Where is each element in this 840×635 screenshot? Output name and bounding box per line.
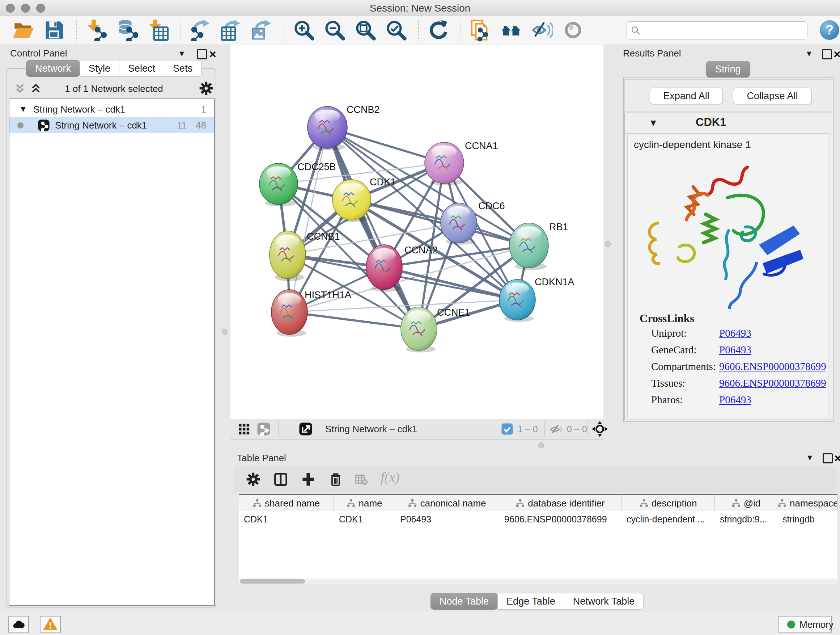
export-network-button[interactable] [189,19,211,41]
tab-node-table[interactable]: Node Table [431,593,498,610]
fit-selected-crosshair-icon[interactable] [592,421,608,437]
tab-style[interactable]: Style [80,60,119,77]
tab-network-table[interactable]: Network Table [564,593,644,610]
zoom-fit-button[interactable] [355,19,376,41]
memory-button[interactable]: Memory [778,616,832,633]
column-header--id[interactable]: @id [715,495,777,511]
network-row-selected[interactable]: String Network – cdk1 11 48 [9,117,214,133]
table-cell[interactable]: 9606.ENSP00000378699 [499,511,622,527]
edge-CCNB2-HIST1H1A[interactable] [289,127,327,312]
detach-view-icon[interactable] [298,422,313,436]
search-box[interactable] [627,21,807,40]
help-button[interactable]: ? [820,20,839,40]
selected-nodes-checkbox[interactable] [501,423,513,435]
collection-expand-triangle[interactable]: ▼ [19,104,27,114]
collapse-all-button[interactable]: Collapse All [733,88,812,104]
network-thumbnail-icon[interactable] [256,422,271,436]
edge-HIST1H1A-CCNE1[interactable] [289,312,419,329]
column-header-namespace[interactable]: namespace [777,495,837,511]
export-image-button[interactable] [251,19,272,41]
node-CCNA2[interactable] [366,245,402,290]
zoom-out-button[interactable] [324,19,346,41]
delete-column-icon[interactable] [328,471,344,487]
node-table[interactable]: shared namenamecanonical namedatabase id… [239,494,837,580]
node-CDKN1A[interactable] [499,279,535,320]
collapse-all-icon[interactable] [14,82,26,95]
zoom-selected-button[interactable] [385,19,407,41]
table-cell[interactable]: CDK1 [334,511,395,527]
table-panel-close-icon[interactable]: × [834,454,840,462]
column-header-shared-name[interactable]: shared name [239,495,334,511]
table-cell[interactable]: P06493 [395,511,499,527]
scrollbar-thumb[interactable] [240,579,305,584]
tab-sets[interactable]: Sets [164,60,202,77]
results-panel-close-icon[interactable]: × [834,50,840,58]
gene-expand-triangle[interactable]: ▼ [649,117,658,128]
gene-header-row[interactable]: ▼ CDK1 [625,113,830,134]
node-HIST1H1A[interactable] [271,290,308,334]
horizontal-splitter-handle[interactable] [538,442,544,448]
show-columns-icon[interactable] [273,471,289,487]
tab-edge-table[interactable]: Edge Table [497,593,564,610]
expand-all-button[interactable]: Expand All [650,88,723,104]
string-network-graph[interactable]: CCNB2CCNA1CDC25BCDK1CDC6RB1CCNB1CCNA2CDK… [231,44,603,419]
table-panel-menu-icon[interactable]: ▾ [807,452,812,463]
import-table-button[interactable] [147,19,169,41]
node-CDC6[interactable] [441,203,477,243]
node-CCNB2[interactable] [308,106,347,149]
node-CCNB1[interactable] [270,231,306,279]
results-panel-float-icon[interactable] [822,49,832,59]
expand-all-icon[interactable] [30,82,42,95]
cloud-button[interactable] [8,616,29,633]
node-CCNE1[interactable] [401,307,437,350]
tab-network[interactable]: Network [26,60,80,77]
table-cell[interactable]: CDK1 [239,511,334,527]
crosslink-link[interactable]: P06493 [719,344,752,356]
column-header-name[interactable]: name [334,495,395,511]
table-panel-float-icon[interactable] [823,453,833,463]
tab-string[interactable]: String [706,61,750,78]
hidden-eye-icon[interactable] [549,423,563,436]
show-hide-panel-button[interactable] [531,19,553,41]
control-panel-float-icon[interactable] [197,49,207,59]
crosslink-link[interactable]: P06493 [719,327,752,339]
crosslink-link[interactable]: P06493 [719,394,752,406]
save-session-button[interactable] [43,19,65,41]
right-splitter-handle[interactable] [605,241,611,247]
crosslink-link[interactable]: 9606.ENSP00000378699 [719,361,826,372]
warning-button[interactable] [40,616,61,633]
table-cell[interactable]: stringdb:9... [715,511,777,527]
network-collection-row[interactable]: ▼ String Network – cdk1 1 [9,101,214,117]
table-options-gear-icon[interactable] [245,471,261,487]
column-header-canonical-name[interactable]: canonical name [395,495,499,511]
network-canvas[interactable]: CCNB2CCNA1CDC25BCDK1CDC6RB1CCNB1CCNA2CDK… [231,44,603,419]
import-network-from-database-button[interactable] [116,19,138,41]
export-table-button[interactable] [220,19,242,41]
control-panel-close-icon[interactable]: × [209,50,216,58]
tab-select[interactable]: Select [119,60,164,77]
column-header-description[interactable]: description [622,495,715,511]
clone-network-button[interactable] [470,19,492,41]
add-column-icon[interactable] [300,471,316,487]
left-splitter-handle[interactable] [222,329,227,334]
node-CDC25B[interactable] [259,163,298,204]
column-header-database-identifier[interactable]: database identifier [499,495,622,511]
node-CDK1[interactable] [332,180,371,220]
zoom-in-button[interactable] [293,19,315,41]
node-CCNA1[interactable] [425,142,464,184]
control-panel-menu-icon[interactable]: ▾ [180,48,184,59]
results-panel-menu-icon[interactable]: ▾ [807,48,812,59]
birdseye-grid-icon[interactable] [237,422,251,436]
network-options-gear-icon[interactable] [198,80,214,96]
refresh-button[interactable] [428,19,449,41]
node-RB1[interactable] [509,223,548,268]
table-cell[interactable]: stringdb [777,511,837,527]
search-input[interactable] [644,23,804,38]
open-session-button[interactable] [12,19,34,41]
home-button[interactable] [501,19,523,41]
table-cell[interactable]: cyclin-dependent ... [622,511,715,527]
eye-button[interactable] [562,19,584,41]
import-network-button[interactable] [85,19,107,41]
crosslink-link[interactable]: 9606.ENSP00000378699 [719,377,826,389]
table-horizontal-scrollbar[interactable] [239,578,837,584]
